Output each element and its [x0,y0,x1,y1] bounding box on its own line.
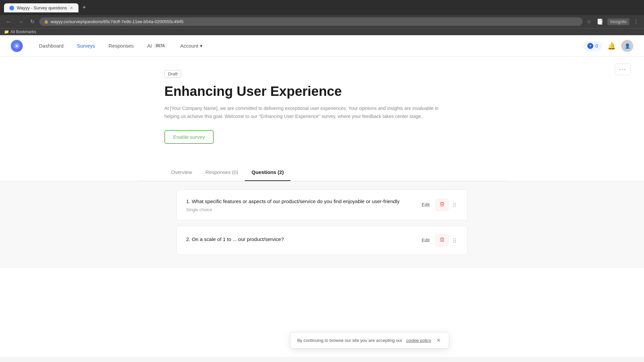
drag-question-2-button[interactable] [451,236,458,245]
question-body-1: What specific features or aspects of our… [192,198,399,204]
survey-description: At [Your Company Name], we are committed… [164,105,446,121]
tab-overview[interactable]: Overview [164,164,199,181]
question-actions-2: Edit [418,234,458,246]
nav-responses[interactable]: Responses [103,40,139,51]
credits-badge: ✦ 0 [583,41,602,51]
question-content-2: 2. On a scale of 1 to ... our product/se… [186,236,413,245]
nav-account[interactable]: Account ▾ [175,40,208,52]
question-text-1: 1. What specific features or aspects of … [186,198,413,205]
drag-dot [453,206,454,207]
browser-nav: ← → ↻ 🔒 wayyy.co/survey/questions/85c7dc… [0,15,644,28]
forward-button[interactable]: → [16,17,25,26]
url-text: wayyy.co/survey/questions/85c7dcff-7e9b-… [51,19,183,24]
table-row: 2. On a scale of 1 to ... our product/se… [176,226,468,255]
drag-dot [453,203,454,204]
nav-right: ✦ 0 🔔 👤 [583,40,633,52]
tab-close-icon[interactable]: ✕ [70,6,73,10]
nav-surveys[interactable]: Surveys [71,40,100,51]
lock-icon: 🔒 [44,19,49,24]
survey-header-inner: Draft Enhancing User Experience At [Your… [138,70,506,144]
notifications-button[interactable]: 🔔 [607,42,616,50]
tab-favicon [9,6,14,10]
more-options-button[interactable]: ··· [615,63,631,75]
drag-dot [455,238,456,239]
question-type-1: Single choice [186,207,413,212]
question-actions-1: Edit [418,199,458,211]
table-row: 1. What specific features or aspects of … [176,189,468,221]
active-tab[interactable]: Wayyy - Survey questions ✕ [4,3,78,12]
cookie-text: By continuing to browse our site you are… [297,338,402,343]
enable-survey-button[interactable]: Enable survey [164,130,214,144]
tabs-section: Overview Responses (0) Questions (2) [138,164,506,181]
bookmark-star-button[interactable]: ☆ [585,17,593,26]
tab-title: Wayyy - Survey questions [17,5,67,10]
edit-question-1-button[interactable]: Edit [418,200,433,209]
tab-responses[interactable]: Responses (0) [199,164,245,181]
nav-actions: ☆ 📑 Incognito ⋮ [585,17,640,26]
tabs-container: Overview Responses (0) Questions (2) [0,164,644,181]
tab-questions[interactable]: Questions (2) [245,164,290,181]
drag-question-1-button[interactable] [451,201,458,209]
survey-header: ··· Draft Enhancing User Experience At [… [0,57,644,164]
drag-dot [455,240,456,241]
drag-dot [455,242,456,243]
drag-dot [453,240,454,241]
cookie-policy-link[interactable]: cookie policy [406,338,431,343]
survey-title: Enhancing User Experience [164,83,480,99]
question-content-1: 1. What specific features or aspects of … [186,198,413,213]
chevron-down-icon: ▾ [200,43,203,49]
incognito-badge: Incognito [607,18,629,25]
question-number-2: 2. [186,236,191,242]
app-container: Dashboard Surveys Responses AI BETA Acco… [0,35,644,357]
address-bar[interactable]: 🔒 wayyy.co/survey/questions/85c7dcff-7e9… [39,17,583,26]
top-navbar: Dashboard Surveys Responses AI BETA Acco… [0,35,644,57]
question-number-1: 1. [186,198,191,204]
reload-button[interactable]: ↻ [28,17,37,26]
cookie-close-button[interactable]: ✕ [435,337,442,344]
beta-badge: BETA [154,43,167,48]
drag-dot [453,238,454,239]
reading-list-button[interactable]: 📑 [595,17,605,26]
cookie-banner: By continuing to browse our site you are… [290,332,449,349]
avatar[interactable]: 👤 [621,40,633,52]
nav-links: Dashboard Surveys Responses AI BETA Acco… [34,40,575,52]
browser-chrome: Wayyy - Survey questions ✕ + [0,0,644,15]
bookmarks-label: All Bookmarks [10,29,36,34]
browser-tabs: Wayyy - Survey questions ✕ + [4,3,89,12]
trash-icon [439,201,445,208]
drag-dot [453,204,454,205]
back-button[interactable]: ← [4,17,13,26]
main-content: ··· Draft Enhancing User Experience At [… [0,57,644,268]
bookmarks-bar: 📁 All Bookmarks [0,28,644,35]
nav-ai[interactable]: AI BETA [142,40,172,51]
delete-question-1-button[interactable] [436,199,448,211]
question-text-2: 2. On a scale of 1 to ... our product/se… [186,236,413,243]
credits-icon: ✦ [587,43,593,49]
trash-icon [439,237,445,244]
credits-count: 0 [595,43,598,49]
new-tab-button[interactable]: + [80,3,89,12]
tabs: Overview Responses (0) Questions (2) [164,164,480,181]
bookmark-folder-icon: 📁 [4,29,9,34]
edit-question-2-button[interactable]: Edit [418,236,433,245]
drag-dot [453,242,454,243]
drag-dot [455,204,456,205]
drag-dot [455,206,456,207]
logo [11,40,23,52]
delete-question-2-button[interactable] [436,234,448,246]
drag-dot [455,203,456,204]
nav-dashboard[interactable]: Dashboard [34,40,69,51]
extensions-button[interactable]: ⋮ [632,17,640,26]
draft-badge: Draft [164,70,181,78]
question-body-2: On a scale of 1 to ... our product/servi… [192,236,284,242]
questions-section: 1. What specific features or aspects of … [171,181,473,268]
